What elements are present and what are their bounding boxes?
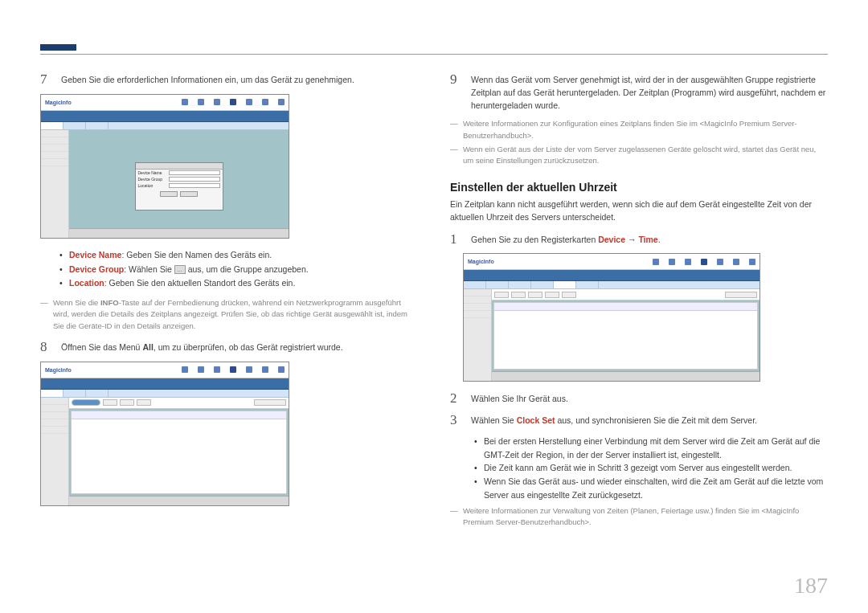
sub-bullet: Wenn Sie das Gerät aus- und wieder einsc… <box>474 475 828 502</box>
bullet-device-group: Device Group: Wählen Sie ... aus, um die… <box>59 263 418 277</box>
ss-footer <box>69 496 289 505</box>
ss-side-item <box>464 304 491 311</box>
ss-logo: MagicInfo <box>468 259 494 264</box>
section-title-time: Einstellen der aktuellen Uhrzeit <box>450 181 828 194</box>
nav-icon-selected <box>230 366 236 373</box>
bullet-location: Location: Geben Sie den aktuellen Stando… <box>59 276 418 291</box>
ss-dialog-row: Device Group <box>136 176 223 182</box>
screenshot-approve-device: MagicInfo <box>40 94 289 239</box>
nav-icon <box>198 366 204 373</box>
nav-icon <box>214 99 220 105</box>
ss-tab <box>86 122 108 129</box>
nav-icon <box>278 99 285 105</box>
sub-bullet: Bei der ersten Herstellung einer Verbind… <box>474 435 828 462</box>
header-rule <box>40 54 828 55</box>
note-schedule-config: Weitere Informationen zur Konfiguration … <box>450 118 828 141</box>
left-column: 7 Geben Sie die erforderlichen Informati… <box>40 72 418 530</box>
time-sub-bullets: Bei der ersten Herstellung einer Verbind… <box>450 435 828 502</box>
nav-icon <box>278 366 285 373</box>
two-column-layout: 7 Geben Sie die erforderlichen Informati… <box>40 72 828 530</box>
ss-tab-time <box>554 281 576 288</box>
ss-side-item <box>41 419 68 427</box>
ss-list-header <box>494 303 757 311</box>
ss-tabs <box>41 122 289 130</box>
nav-icon <box>669 259 675 265</box>
ss-tab <box>576 281 599 288</box>
section-desc-time: Ein Zeitplan kann nicht ausgeführt werde… <box>450 198 828 224</box>
ss-side-item <box>41 152 68 159</box>
ss-dialog-title <box>136 163 223 170</box>
ss-toolbar <box>69 398 289 409</box>
ss-tab <box>63 122 86 129</box>
step-text: Geben Sie die erforderlichen Information… <box>61 72 354 87</box>
ss-tab <box>63 390 86 397</box>
ss-toolbar-btn <box>120 399 134 406</box>
step-number: 2 <box>450 391 463 407</box>
nav-icon <box>262 99 268 105</box>
nav-icon <box>717 259 723 265</box>
ss-body <box>464 289 760 381</box>
step-number: 1 <box>450 232 463 247</box>
ss-toolbar-btn <box>562 292 576 298</box>
ss-toolbar-btn <box>545 292 559 298</box>
ss-tab <box>531 281 554 288</box>
step-3-time: 3 Wählen Sie Clock Set aus, und synchron… <box>450 413 828 428</box>
ss-tabs <box>41 390 289 398</box>
ss-side-item <box>464 296 491 304</box>
ss-side-item <box>41 412 68 419</box>
ss-titlebar: MagicInfo <box>41 362 289 378</box>
step-number: 3 <box>450 413 463 428</box>
ss-tab <box>41 122 63 129</box>
ss-tab <box>486 281 509 288</box>
step-text: Wählen Sie Ihr Gerät aus. <box>471 391 568 406</box>
ss-list-header <box>72 411 286 419</box>
nav-icon <box>246 99 252 105</box>
right-column: 9 Wenn das Gerät vom Server genehmigt is… <box>450 72 828 530</box>
ss-toolbar-btn <box>528 292 542 298</box>
field-bullets: Device Name: Geben Sie den Namen des Ger… <box>40 248 418 292</box>
step-number: 9 <box>450 72 463 88</box>
ss-nav-icons <box>653 259 755 265</box>
ss-sidebar <box>41 398 69 505</box>
browse-button-icon: ... <box>174 265 186 274</box>
note-info-key: Wenn Sie die INFO-Taste auf der Fernbedi… <box>40 297 418 332</box>
ss-nav-icons <box>182 366 285 373</box>
sub-bullet: Die Zeit kann am Gerät wie in Schritt 3 … <box>474 461 828 475</box>
ss-side-item <box>41 405 68 412</box>
ss-main <box>492 289 760 381</box>
step-text: Wählen Sie Clock Set aus, und synchronis… <box>471 413 757 427</box>
ss-content-list <box>493 302 758 370</box>
nav-icon <box>214 366 220 373</box>
step-2-time: 2 Wählen Sie Ihr Gerät aus. <box>450 391 828 407</box>
ss-content-list <box>71 411 287 494</box>
nav-icon <box>182 366 188 373</box>
screenshot-all-menu: MagicInfo <box>40 362 289 506</box>
nav-icon <box>749 259 755 265</box>
ss-logo: MagicInfo <box>45 367 72 373</box>
bullet-device-name: Device Name: Geben Sie den Namen des Ger… <box>59 248 418 263</box>
ss-toolbar-btn <box>511 292 526 298</box>
screenshot-device-time: MagicInfo <box>463 253 760 382</box>
nav-icon <box>198 99 204 105</box>
ss-footer <box>492 371 760 381</box>
ss-side-item <box>41 145 68 152</box>
step-number: 8 <box>40 340 53 355</box>
nav-icon-selected <box>701 259 707 265</box>
ss-sidebar <box>41 130 69 238</box>
ss-toolbar-btn <box>725 292 757 298</box>
ss-titlebar: MagicInfo <box>464 254 760 270</box>
ss-tab <box>464 281 486 288</box>
nav-icon <box>182 99 188 105</box>
ss-dialog: Device Name Device Group Location <box>135 162 223 210</box>
ss-dialog-buttons <box>136 191 223 197</box>
step-9: 9 Wenn das Gerät vom Server genehmigt is… <box>450 72 828 112</box>
ss-tab <box>509 281 531 288</box>
ss-dialog-row: Device Name <box>136 170 223 176</box>
note-device-delete: Wenn ein Gerät aus der Liste der vom Ser… <box>450 144 828 167</box>
ss-logo: MagicInfo <box>45 100 72 105</box>
nav-icon <box>733 259 739 265</box>
ss-header-bar <box>41 378 289 390</box>
ss-tab <box>41 390 63 397</box>
ss-toolbar <box>492 289 760 300</box>
nav-icon <box>685 259 691 265</box>
